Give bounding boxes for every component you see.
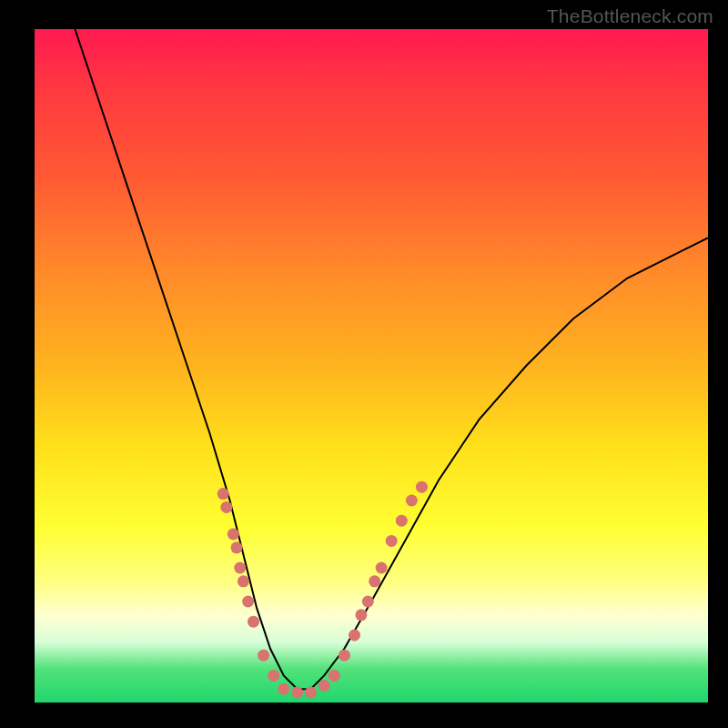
curve-dot	[305, 686, 317, 698]
curve-dot	[258, 650, 269, 662]
curve-dot	[329, 670, 340, 682]
curve-dot	[416, 481, 428, 493]
curve-dot	[386, 535, 398, 547]
curve-dots	[217, 481, 428, 699]
curve-dot	[242, 596, 254, 608]
curve-dot	[217, 488, 229, 500]
curve-dot	[268, 670, 279, 682]
curve-dot	[318, 680, 330, 692]
curve-dot	[369, 575, 380, 587]
curve-dot	[248, 616, 259, 628]
chart-plot-area	[35, 29, 708, 703]
curve-dot	[406, 495, 418, 507]
chart-svg	[35, 29, 708, 703]
watermark-text: TheBottleneck.com	[547, 5, 713, 27]
curve-dot	[278, 683, 289, 695]
curve-dot	[339, 650, 350, 662]
curve-dot	[396, 515, 408, 527]
curve-dot	[238, 575, 249, 587]
chart-frame: TheBottleneck.com	[0, 0, 728, 728]
curve-dot	[291, 686, 303, 698]
curve-dot	[355, 609, 367, 621]
curve-dot	[234, 562, 246, 574]
curve-dot	[362, 596, 374, 608]
curve-dot	[349, 630, 360, 642]
bottleneck-curve	[75, 29, 708, 689]
curve-dot	[228, 529, 239, 541]
curve-dot	[376, 562, 388, 574]
curve-dot	[220, 501, 232, 513]
curve-dot	[231, 541, 243, 553]
